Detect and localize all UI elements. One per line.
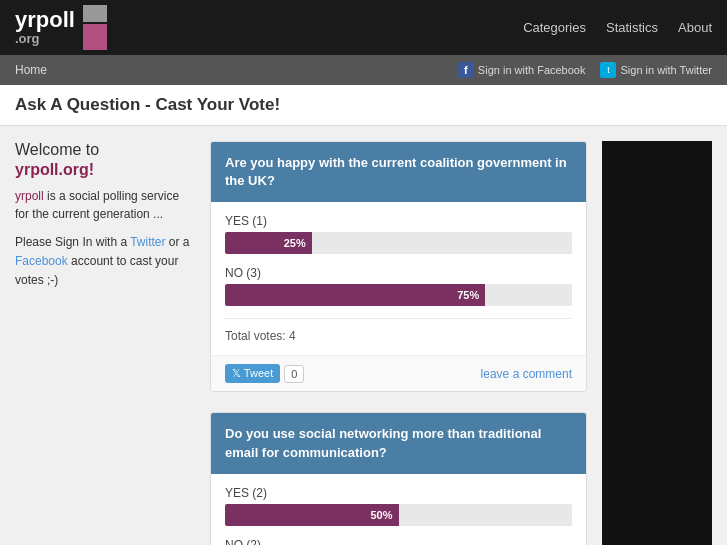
- vote-label-1-2: NO (3): [225, 266, 572, 280]
- vote-bar-text-1-2: 75%: [457, 289, 479, 301]
- sidebar-signin: Please Sign In with a Twitter or a Faceb…: [15, 233, 195, 291]
- signin-pre: Please Sign In with a: [15, 235, 130, 249]
- vote-option-2-2: NO (2)50%: [225, 538, 572, 545]
- logo-area: yrpoll .org: [15, 5, 107, 50]
- tweet-count-1: 0: [284, 365, 304, 383]
- vote-option-1-1: YES (1)25%: [225, 214, 572, 254]
- home-link[interactable]: Home: [15, 63, 47, 77]
- vote-bar-text-2-1: 50%: [370, 509, 392, 521]
- logo-text: yrpoll .org: [15, 8, 75, 46]
- poll-question-2: Do you use social networking more than t…: [211, 413, 586, 473]
- signin-facebook-link[interactable]: Facebook: [15, 254, 68, 268]
- facebook-signin-label: Sign in with Facebook: [478, 64, 586, 76]
- vote-option-2-1: YES (2)50%: [225, 486, 572, 526]
- poll-question-1: Are you happy with the current coalition…: [211, 142, 586, 202]
- signin-twitter-link[interactable]: Twitter: [130, 235, 165, 249]
- twitter-icon: t: [600, 62, 616, 78]
- logo-main: yrpoll: [15, 7, 75, 32]
- poll-footer-1: 𝕏 Tweet0leave a comment: [211, 355, 586, 391]
- welcome-brand: yrpoll.org!: [15, 161, 195, 179]
- logo-bar1: [83, 5, 107, 22]
- vote-bar-container-1-2: 75%: [225, 284, 572, 306]
- tweet-btn-1: 𝕏 Tweet0: [225, 364, 304, 383]
- vote-bar-1-1: 25%: [225, 232, 312, 254]
- right-ad-area: [602, 141, 712, 545]
- logo-bar2: [83, 24, 107, 50]
- vote-bar-1-2: 75%: [225, 284, 485, 306]
- leave-comment-1[interactable]: leave a comment: [481, 367, 572, 381]
- vote-bar-container-1-1: 25%: [225, 232, 572, 254]
- main-layout: Welcome to yrpoll.org! yrpoll is a socia…: [0, 126, 727, 545]
- yrpoll-link[interactable]: yrpoll: [15, 189, 44, 203]
- vote-bar-text-1-1: 25%: [284, 237, 306, 249]
- nav-statistics[interactable]: Statistics: [606, 20, 658, 35]
- vote-label-1-1: YES (1): [225, 214, 572, 228]
- welcome-heading: Welcome to: [15, 141, 195, 159]
- facebook-signin-link[interactable]: f Sign in with Facebook: [458, 62, 586, 78]
- sidebar: Welcome to yrpoll.org! yrpoll is a socia…: [15, 141, 195, 545]
- vote-label-2-2: NO (2): [225, 538, 572, 545]
- twitter-signin-link[interactable]: t Sign in with Twitter: [600, 62, 712, 78]
- poll-card-2: Do you use social networking more than t…: [210, 412, 587, 545]
- poll-body-1: YES (1)25%NO (3)75%Total votes: 4: [211, 202, 586, 355]
- vote-label-2-1: YES (2): [225, 486, 572, 500]
- content: Are you happy with the current coalition…: [210, 141, 587, 545]
- facebook-icon: f: [458, 62, 474, 78]
- poll-card-1: Are you happy with the current coalition…: [210, 141, 587, 392]
- twitter-signin-label: Sign in with Twitter: [620, 64, 712, 76]
- vote-bar-2-1: 50%: [225, 504, 399, 526]
- tweet-button-1[interactable]: 𝕏 Tweet: [225, 364, 280, 383]
- sub-header: Home f Sign in with Facebook t Sign in w…: [0, 55, 727, 85]
- nav-categories[interactable]: Categories: [523, 20, 586, 35]
- logo-graphic: [83, 5, 107, 50]
- page-title: Ask A Question - Cast Your Vote!: [0, 85, 727, 126]
- social-links: f Sign in with Facebook t Sign in with T…: [458, 62, 712, 78]
- header: yrpoll .org Categories Statistics About: [0, 0, 727, 55]
- signin-mid: or a: [166, 235, 190, 249]
- poll-total-1: Total votes: 4: [225, 318, 572, 343]
- nav-links: Categories Statistics About: [523, 20, 712, 35]
- poll-body-2: YES (2)50%NO (2)50%Total votes: 4: [211, 474, 586, 545]
- nav-about[interactable]: About: [678, 20, 712, 35]
- vote-bar-container-2-1: 50%: [225, 504, 572, 526]
- vote-option-1-2: NO (3)75%: [225, 266, 572, 306]
- sidebar-desc: yrpoll is a social polling service for t…: [15, 187, 195, 223]
- logo-org: .org: [15, 32, 75, 46]
